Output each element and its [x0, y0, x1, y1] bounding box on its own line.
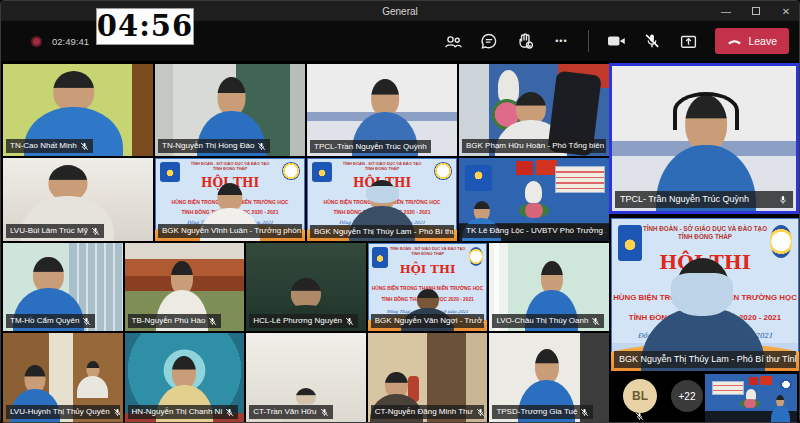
participants-button[interactable] [440, 28, 466, 54]
mini-video-tile[interactable] [705, 374, 797, 422]
video-tile[interactable]: TỈNH ĐOÀN - SỞ GIÁO DỤC VÀ ĐÀO TẠOTỈNH Đ… [155, 158, 305, 241]
participant-name-label: CT-Trần Văn Hữu [249, 405, 332, 419]
video-tile[interactable]: CT-Nguyễn Đăng Minh Thư [368, 333, 488, 422]
contest-poster [555, 166, 605, 193]
chat-icon [480, 33, 498, 49]
hang-up-icon [727, 37, 742, 45]
participant-name-label: LVU-Bùi Lâm Trúc Mỹ [6, 224, 104, 238]
camera-button[interactable] [603, 28, 629, 54]
video-tile[interactable]: TPSD-Trương Gia Tuệ [489, 333, 609, 422]
youth-union-flag [465, 165, 492, 192]
participant-name-label: LVO-Châu Thị Thúy Oanh [492, 314, 604, 328]
participant-name-label: HN-Nguyễn Thị Chanh Ni [128, 405, 239, 419]
participant-name-label: TPCL- Trần Nguyễn Trúc Quỳnh [615, 191, 793, 208]
participant-name: TPSD-Trương Gia Tuệ [496, 408, 577, 416]
more-options-icon: ••• [555, 36, 567, 46]
video-tile[interactable]: TỈNH ĐOÀN - SỞ GIÁO DỤC VÀ ĐÀO TẠOTỈNH Đ… [307, 158, 457, 241]
video-feed [612, 66, 796, 211]
mic-muted-icon [257, 142, 266, 151]
mic-muted-icon [345, 317, 354, 326]
share-screen-button[interactable] [675, 28, 701, 54]
mic-muted-icon [591, 317, 600, 326]
participant-name: TN-Cao Nhất Minh [10, 142, 77, 150]
active-speaker-tile[interactable]: TPCL- Trần Nguyễn Trúc Quỳnh [609, 63, 799, 214]
mic-muted-icon [208, 317, 217, 326]
participant-name: BGK Nguyễn Thị Thúy Lam - Phó Bí thư Tỉn… [619, 355, 796, 364]
video-tile[interactable]: LVU-Bùi Lâm Trúc Mỹ [3, 158, 153, 241]
participant-name-label: TM-Hồ Cẩm Quyên [6, 314, 95, 328]
participant-name: TN-Nguyễn Thị Hồng Đào [162, 142, 254, 150]
party-flag [516, 161, 533, 174]
participant-name-label: TN-Cao Nhất Minh [6, 139, 93, 153]
video-tile[interactable]: HCL-Lê Phương Nguyên [246, 243, 366, 331]
participant-name-label: LVU-Huỳnh Thị Thủy Quyên [6, 405, 120, 419]
video-tile[interactable]: BGK Phạm Hữu Hoàn - Phó Tổng biên ... [459, 64, 609, 156]
video-tile[interactable]: TPCL-Trần Nguyễn Trúc Quỳnh [307, 64, 457, 156]
more-options-button[interactable]: ••• [548, 28, 574, 54]
camera-on-icon [607, 34, 626, 48]
participant-name-label: BGK Nguyễn Văn Ngợi - Trưở... [371, 314, 485, 328]
pinned-participant-tile[interactable]: TỈNH ĐOÀN - SỞ GIÁO DỤC VÀ ĐÀO TẠOTỈNH Đ… [611, 218, 799, 371]
participant-name: LVO-Châu Thị Thúy Oanh [496, 317, 588, 325]
participant-name: BGK Nguyễn Thị Thúy Lam - Phó Bí thư T..… [314, 228, 454, 236]
participant-avatar[interactable]: BL [623, 379, 657, 413]
mic-muted-icon [635, 412, 644, 421]
participant-name: CT-Trần Văn Hữu [253, 408, 316, 416]
chat-button[interactable] [476, 28, 502, 54]
mic-muted-icon [80, 142, 89, 151]
participant-name-label: TB-Nguyễn Phú Hào [128, 314, 222, 328]
face-mask [671, 273, 733, 316]
maximize-icon [752, 7, 760, 15]
youth-union-logo [780, 379, 793, 391]
video-tile[interactable]: TB-Nguyễn Phú Hào [125, 243, 245, 331]
participant-name: TB-Nguyễn Phú Hào [132, 317, 206, 325]
mic-muted-icon [113, 408, 120, 417]
close-button[interactable]: ✕ [779, 6, 793, 17]
video-tile[interactable]: TỈNH ĐOÀN - SỞ GIÁO DỤC VÀ ĐÀO TẠOTỈNH Đ… [368, 243, 488, 331]
more-participants-button[interactable]: +22 [671, 380, 703, 412]
participant-name: BGK Nguyễn Vĩnh Luân - Trưởng phòn... [162, 227, 302, 235]
minimize-button[interactable]: — [719, 6, 733, 17]
flower-pot [740, 399, 760, 408]
participant-name-label: TK Lê Đăng Lộc - UVBTV Phó Trưởng ... [462, 224, 606, 238]
participant-name-label: BGK Nguyễn Thị Thúy Lam - Phó Bí thư Tỉn… [614, 351, 796, 368]
participant-name: LVU-Huỳnh Thị Thủy Quyên [10, 408, 110, 416]
participants-icon [444, 34, 462, 49]
more-participants-count: +22 [679, 391, 696, 402]
video-tile[interactable]: HN-Nguyễn Thị Chanh Ni [125, 333, 245, 422]
mic-muted-icon [225, 408, 234, 417]
video-tile[interactable]: TM-Hồ Cẩm Quyên [3, 243, 123, 331]
video-tile[interactable]: LVU-Huỳnh Thị Thủy Quyên [3, 333, 123, 422]
teams-meeting-window: General — ✕ 02:49:41 04:56 ••• [0, 0, 800, 423]
video-tile[interactable]: TN-Cao Nhất Minh [3, 64, 153, 156]
participant-name: HCL-Lê Phương Nguyên [253, 317, 342, 325]
party-flag [749, 377, 758, 385]
participant-name-label: HCL-Lê Phương Nguyên [249, 314, 358, 328]
participant-name: TPCL-Trần Nguyễn Trúc Quỳnh [314, 143, 427, 151]
mic-on-icon [778, 195, 788, 205]
raise-hand-icon [516, 33, 534, 49]
video-tile[interactable]: LVO-Châu Thị Thúy Oanh [489, 243, 609, 331]
participant-name: TK Lê Đăng Lộc - UVBTV Phó Trưởng ... [466, 227, 606, 235]
participant-name-label: CT-Nguyễn Đăng Minh Thư [371, 405, 485, 419]
participant-name-label: TN-Nguyễn Thị Hồng Đào [158, 139, 270, 153]
participant-name-label: TPSD-Trương Gia Tuệ [492, 405, 593, 419]
toolbar-divider [588, 30, 589, 52]
participant-name: TPCL- Trần Nguyễn Trúc Quỳnh [620, 195, 749, 204]
video-tile[interactable]: TK Lê Đăng Lộc - UVBTV Phó Trưởng ... [459, 158, 609, 241]
participant-name: BGK Nguyễn Văn Ngợi - Trưở... [375, 317, 485, 325]
microphone-button[interactable] [639, 28, 665, 54]
ho-chi-minh-bust [525, 181, 542, 203]
share-screen-icon [680, 34, 697, 49]
mic-muted-icon [91, 227, 100, 236]
contest-poster [712, 381, 743, 395]
maximize-button[interactable] [749, 6, 763, 17]
reactions-button[interactable] [512, 28, 538, 54]
headphones [673, 92, 739, 130]
leave-button[interactable]: Leave [715, 28, 789, 54]
participant-name: TM-Hồ Cẩm Quyên [10, 317, 79, 325]
video-tile[interactable]: CT-Trần Văn Hữu [246, 333, 366, 422]
mic-muted-icon [320, 408, 329, 417]
video-tile[interactable]: TN-Nguyễn Thị Hồng Đào [155, 64, 305, 156]
record-icon [31, 36, 42, 47]
